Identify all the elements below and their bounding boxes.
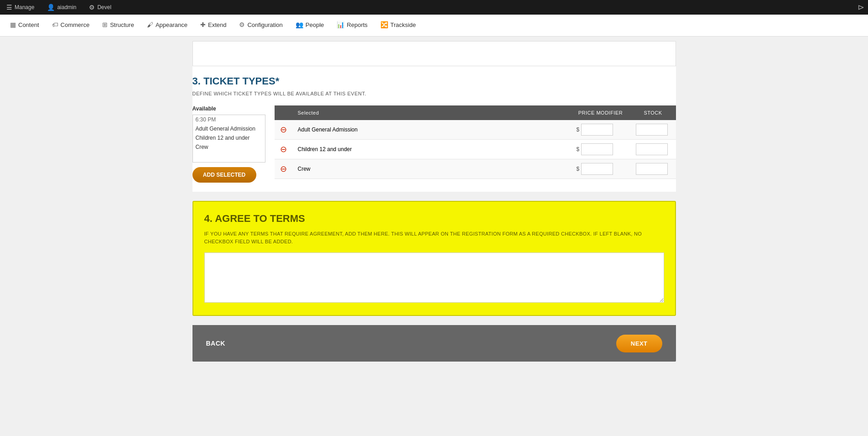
remove-row1-button[interactable]: ⊖ [280,126,287,134]
table-row: ⊖ Crew $ [275,159,676,179]
people-icon: 👥 [296,21,303,28]
nav-commerce[interactable]: 🏷 Commerce [46,15,96,36]
row3-price-input[interactable] [581,163,613,175]
col-stock: STOCK [630,105,676,120]
main-content: 3. TICKET TYPES* DEFINE WHICH TICKET TYP… [183,37,685,366]
back-button[interactable]: BACK [206,340,225,347]
dollar-sign-2: $ [577,146,580,152]
nav-configuration-label: Configuration [247,21,282,28]
row3-name: Crew [298,166,311,172]
row1-name-cell: Adult General Admission [292,120,571,140]
appearance-icon: 🖌 [147,21,153,28]
user-menu[interactable]: 👤 aiadmin [44,4,79,11]
nav-structure[interactable]: ⊞ Structure [96,15,140,36]
row3-stock-cell [630,159,676,179]
row1-price-input[interactable] [581,124,613,136]
section4-title: 4. AGREE TO TERMS [204,213,664,225]
nav-reports[interactable]: 📊 Reports [330,15,374,36]
row1-price-container: $ [577,124,625,136]
nav-bar: ▦ Content 🏷 Commerce ⊞ Structure 🖌 Appea… [0,15,868,37]
row2-price-input[interactable] [581,143,613,155]
table-row: ⊖ Adult General Admission $ [275,120,676,140]
row3-price-container: $ [577,163,625,175]
user-label: aiadmin [57,4,76,11]
table-header: Selected PRICE MODIFIER STOCK [275,105,676,120]
row2-price-cell: $ [571,140,630,159]
section4-description: IF YOU HAVE ANY TERMS THAT REQUIRE AGREE… [204,230,664,245]
row1-price-cell: $ [571,120,630,140]
nav-content-label: Content [18,21,39,28]
nav-configuration[interactable]: ⚙ Configuration [233,15,289,36]
table-header-row: Selected PRICE MODIFIER STOCK [275,105,676,120]
row1-name: Adult General Admission [298,126,358,133]
available-section: Available 6:30 PM Adult General Admissio… [192,105,265,183]
bottom-nav: BACK NEXT [192,325,676,362]
nav-appearance-label: Appearance [156,21,187,28]
configuration-icon: ⚙ [239,21,245,28]
next-button[interactable]: NEXT [616,335,662,352]
nav-extend[interactable]: ✚ Extend [194,15,233,36]
selected-table: Selected PRICE MODIFIER STOCK ⊖ Ad [275,105,676,179]
col-selected: Selected [292,105,571,120]
add-selected-button[interactable]: ADD SELECTED [192,167,256,183]
row2-stock-input[interactable] [636,143,668,155]
row3-stock-input[interactable] [636,163,668,175]
row3-remove-cell: ⊖ [275,159,292,179]
extend-icon: ✚ [200,21,206,28]
remove-row2-button[interactable]: ⊖ [280,145,287,153]
list-item-crew[interactable]: Crew [193,142,265,152]
row2-name: Children 12 and under [298,146,352,152]
list-item-children[interactable]: Children 12 and under [193,133,265,142]
commerce-icon: 🏷 [52,21,58,28]
nav-reports-label: Reports [347,21,368,28]
nav-appearance[interactable]: 🖌 Appearance [140,15,194,36]
nav-trackside-label: Trackside [390,21,416,28]
available-label: Available [192,105,265,112]
nav-extend-label: Extend [208,21,226,28]
dollar-sign-1: $ [577,126,580,133]
nav-people-label: People [306,21,324,28]
manage-icon: ☰ [6,4,12,11]
table-body: ⊖ Adult General Admission $ [275,120,676,179]
terms-textarea[interactable] [204,252,664,303]
remove-row3-button[interactable]: ⊖ [280,165,287,173]
manage-menu[interactable]: ☰ Manage [4,4,37,11]
nav-people[interactable]: 👥 People [289,15,330,36]
list-item-time[interactable]: 6:30 PM [193,115,265,124]
devel-label: Devel [97,4,111,11]
col-price-modifier: PRICE MODIFIER [571,105,630,120]
content-icon: ▦ [10,21,16,28]
dollar-sign-3: $ [577,166,580,172]
row1-remove-cell: ⊖ [275,120,292,140]
nav-content[interactable]: ▦ Content [4,15,46,36]
nav-trackside[interactable]: 🔀 Trackside [374,15,422,36]
ticket-types-layout: Available 6:30 PM Adult General Admissio… [192,105,676,183]
nav-structure-label: Structure [110,21,134,28]
row2-remove-cell: ⊖ [275,140,292,159]
section3-title: 3. TICKET TYPES* [192,75,676,87]
list-item-adult[interactable]: Adult General Admission [193,124,265,133]
table-row: ⊖ Children 12 and under $ [275,140,676,159]
row1-stock-input[interactable] [636,124,668,136]
nav-commerce-label: Commerce [61,21,90,28]
available-list[interactable]: 6:30 PM Adult General Admission Children… [192,115,265,163]
user-icon: 👤 [47,4,55,11]
row3-name-cell: Crew [292,159,571,179]
section3-subtitle: DEFINE WHICH TICKET TYPES WILL BE AVAILA… [192,91,676,96]
section3-wrapper: 3. TICKET TYPES* DEFINE WHICH TICKET TYP… [192,66,676,192]
reports-icon: 📊 [337,21,344,28]
col-remove [275,105,292,120]
sidebar-toggle[interactable]: ⊳ [858,2,864,12]
section4-wrapper: 4. AGREE TO TERMS IF YOU HAVE ANY TERMS … [192,201,676,316]
trackside-icon: 🔀 [380,21,388,28]
devel-icon: ⚙ [89,4,95,11]
devel-menu[interactable]: ⚙ Devel [86,4,114,11]
structure-icon: ⊞ [102,21,108,28]
admin-bar: ☰ Manage 👤 aiadmin ⚙ Devel ⊳ [0,0,868,15]
row3-price-cell: $ [571,159,630,179]
row2-name-cell: Children 12 and under [292,140,571,159]
top-partial-box [192,41,676,66]
row2-stock-cell [630,140,676,159]
content-area: 3. TICKET TYPES* DEFINE WHICH TICKET TYP… [192,37,676,366]
manage-label: Manage [15,4,34,11]
